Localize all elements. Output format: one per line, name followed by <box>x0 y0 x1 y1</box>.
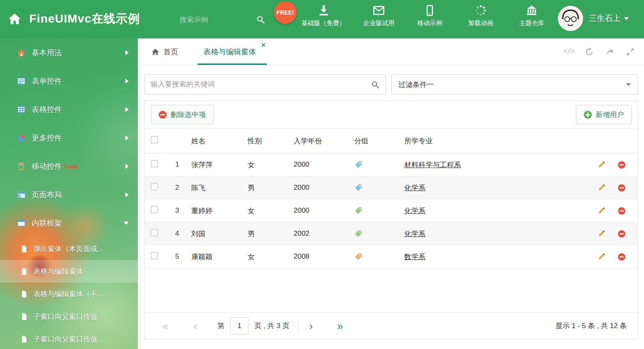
refresh-icon[interactable] <box>585 47 594 56</box>
sidebar-subitem-grid-edit-window-alt[interactable]: 表格与编辑窗体（不... <box>0 283 138 305</box>
sidebar-subitem-grid-edit-window[interactable]: 表格与编辑窗体 <box>0 260 138 283</box>
table-body: 1 张萍萍 女 2000 材料科学与工程系 2 陈飞 男 20 <box>145 153 638 268</box>
tag-icon <box>354 160 363 169</box>
nav-label: 加载动画 <box>468 19 493 27</box>
row-index: 3 <box>166 206 190 215</box>
prev-page-button[interactable]: ‹ <box>193 321 197 331</box>
nav-label: 主题仓库 <box>519 19 544 27</box>
tag-icon <box>354 183 363 192</box>
tag-icon <box>354 252 363 261</box>
search-icon[interactable] <box>371 80 380 89</box>
page-number-input[interactable] <box>230 317 248 335</box>
sidebar-item-iframe[interactable]: 内联框架 <box>0 209 138 237</box>
chevron-right-icon <box>125 164 129 169</box>
user-menu[interactable]: 三生石上 <box>558 6 629 31</box>
row-year: 2008 <box>292 252 353 261</box>
mobile-signal-icon <box>17 162 26 171</box>
row-checkbox[interactable] <box>151 160 158 167</box>
sidebar-subitem-child-to-parent-alt[interactable]: 子窗口向父窗口传值... <box>0 328 138 349</box>
chevron-down-icon <box>626 83 631 86</box>
nav-basic-free[interactable]: FREE! 基础版（免费） <box>302 4 345 27</box>
delete-row-icon[interactable] <box>617 229 626 238</box>
table-row[interactable]: 5 康颖颖 女 2008 数学系 <box>145 245 638 268</box>
search-icon[interactable] <box>256 15 265 24</box>
sidebar-item-form-controls[interactable]: 表单控件 <box>0 67 138 95</box>
delete-row-icon[interactable] <box>617 252 626 261</box>
major-link[interactable]: 化学系 <box>404 184 426 192</box>
major-link[interactable]: 数学系 <box>404 253 426 261</box>
column-year: 入学年份 <box>292 136 353 146</box>
username-text: 三生石上 <box>589 13 621 24</box>
sidebar-item-basic-usage[interactable]: 基本用法 <box>0 38 138 67</box>
edit-icon[interactable] <box>597 206 606 215</box>
table-row[interactable]: 4 刘国 男 2002 化学系 <box>145 222 638 245</box>
add-user-button[interactable]: 新增用户 <box>576 105 632 124</box>
edit-icon[interactable] <box>597 252 606 261</box>
row-checkbox[interactable] <box>151 252 158 259</box>
sidebar-item-page-layout[interactable]: 页面布局 <box>0 181 138 209</box>
sidebar-item-grid-controls[interactable]: 表格控件 <box>0 95 138 124</box>
row-gender: 女 <box>246 206 292 216</box>
row-name: 刘国 <box>190 229 246 239</box>
keyword-search-input[interactable] <box>151 80 371 89</box>
main-area: 首页 表格与编辑窗体 ✕ </> <box>138 38 644 349</box>
edit-icon[interactable] <box>597 160 606 169</box>
table-row[interactable]: 1 张萍萍 女 2000 材料科学与工程系 <box>145 153 638 176</box>
row-checkbox[interactable] <box>151 229 158 236</box>
spinner-icon <box>474 4 487 17</box>
tab-grid-edit-window[interactable]: 表格与编辑窗体 ✕ <box>198 38 267 65</box>
delete-row-icon[interactable] <box>617 160 626 169</box>
row-checkbox[interactable] <box>151 183 158 190</box>
chevron-right-icon <box>125 79 129 84</box>
pie-chart-icon <box>17 133 26 143</box>
major-link[interactable]: 材料科学与工程系 <box>404 161 461 169</box>
row-name: 张萍萍 <box>190 160 246 170</box>
grid-panel: 删除选中项 新增用户 姓名 性别 入学年份 分组 所学专业 1 张萍萍 <box>145 100 638 339</box>
sidebar-subitem-popup-window[interactable]: 弹出窗体（本页面或... <box>0 237 138 260</box>
major-link[interactable]: 化学系 <box>404 207 426 215</box>
brand-home-icon[interactable] <box>8 12 22 26</box>
delete-row-icon[interactable] <box>617 206 626 215</box>
fullscreen-icon[interactable] <box>626 47 635 56</box>
major-link[interactable]: 化学系 <box>404 230 426 238</box>
sidebar-item-more-controls[interactable]: 更多控件 <box>0 124 138 152</box>
first-page-button[interactable]: « <box>162 321 168 331</box>
edit-icon[interactable] <box>597 229 606 238</box>
row-year: 2000 <box>292 206 353 215</box>
filter-select[interactable]: 过滤条件一 <box>391 74 638 94</box>
sidebar-subitem-label: 表格与编辑窗体 <box>33 267 83 276</box>
header-search[interactable]: 搜索示例 <box>180 13 265 27</box>
delete-selected-button[interactable]: 删除选中项 <box>151 105 214 124</box>
table-row[interactable]: 3 董婷婷 女 2000 化学系 <box>145 199 638 222</box>
select-all-checkbox[interactable] <box>151 136 158 143</box>
sidebar-subitem-child-to-parent[interactable]: 子窗口向父窗口传值 <box>0 305 138 328</box>
mobile-icon <box>423 4 436 17</box>
open-in-new-icon[interactable] <box>605 47 614 56</box>
tab-home[interactable]: 首页 <box>145 38 184 65</box>
edit-icon[interactable] <box>597 183 606 192</box>
row-checkbox[interactable] <box>151 206 158 213</box>
corp-badge: Corp. <box>64 163 79 170</box>
chevron-right-icon <box>125 192 129 197</box>
nav-theme-store[interactable]: 主题仓库 <box>514 4 549 27</box>
nav-loading-animations[interactable]: 加载动画 <box>463 4 498 27</box>
next-page-button[interactable]: › <box>309 321 313 331</box>
add-user-label: 新增用户 <box>596 110 624 120</box>
tab-label: 表格与编辑窗体 <box>203 47 256 57</box>
nav-mobile-demo[interactable]: 移动示例 <box>412 4 447 27</box>
table-row[interactable]: 2 陈飞 男 2000 化学系 <box>145 176 638 199</box>
last-page-button[interactable]: » <box>337 321 343 331</box>
keyword-search-box <box>145 74 386 94</box>
sidebar-item-mobile-controls[interactable]: 移动控件 Corp. <box>0 152 138 181</box>
tab-close-icon[interactable]: ✕ <box>261 42 266 48</box>
delete-row-icon[interactable] <box>617 183 626 192</box>
row-name: 陈飞 <box>190 183 246 193</box>
header-search-placeholder: 搜索示例 <box>180 15 256 25</box>
sidebar-subitem-label: 表格与编辑窗体（不... <box>33 289 103 299</box>
tab-label: 首页 <box>163 47 178 57</box>
chevron-down-icon <box>624 17 629 20</box>
grid-toolbar: 删除选中项 新增用户 <box>145 101 638 128</box>
nav-enterprise-trial[interactable]: 企业版试用 <box>361 4 396 27</box>
source-code-icon[interactable]: </> <box>564 47 573 56</box>
table-header: 姓名 性别 入学年份 分组 所学专业 <box>145 128 638 153</box>
